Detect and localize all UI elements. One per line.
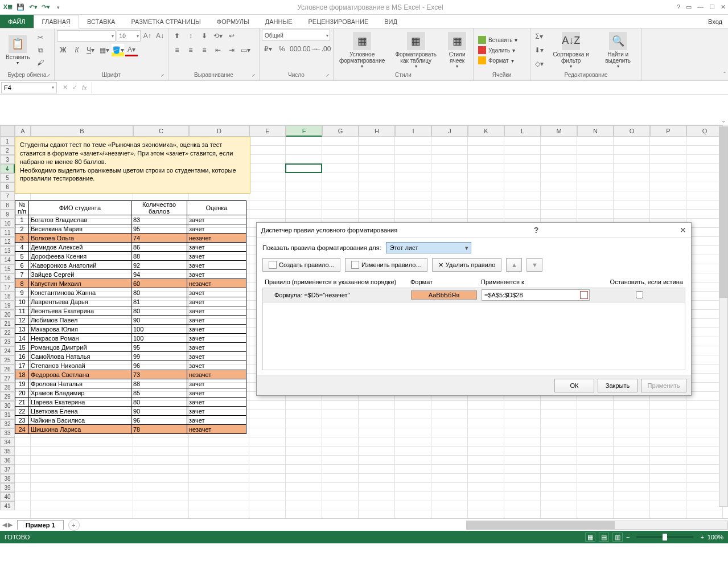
apply-button[interactable]: Применить bbox=[641, 379, 686, 392]
add-sheet-button[interactable]: + bbox=[68, 519, 80, 531]
table-row[interactable]: 7Зайцев Сергей94зачет bbox=[15, 270, 246, 279]
decrease-font-icon[interactable]: A↓ bbox=[154, 30, 166, 42]
row-header-16[interactable]: 16 bbox=[0, 273, 15, 282]
row-header-23[interactable]: 23 bbox=[0, 337, 15, 346]
close-button[interactable]: Закрыть bbox=[598, 379, 637, 392]
row-header-5[interactable]: 5 bbox=[0, 173, 15, 182]
merge-icon[interactable]: ▭▾ bbox=[239, 44, 252, 56]
font-launcher-icon[interactable]: ⤢ bbox=[161, 73, 164, 78]
italic-icon[interactable]: К bbox=[71, 44, 83, 56]
row-header-15[interactable]: 15 bbox=[0, 264, 15, 273]
percent-icon[interactable]: % bbox=[275, 43, 288, 55]
dialog-help-icon[interactable]: ? bbox=[534, 226, 539, 235]
table-row[interactable]: 8Капустин Михаил60незачет bbox=[15, 279, 246, 288]
row-header-17[interactable]: 17 bbox=[0, 282, 15, 292]
fx-icon[interactable]: fx bbox=[82, 84, 87, 91]
wrap-text-icon[interactable]: ↩ bbox=[225, 30, 238, 42]
select-all-corner[interactable] bbox=[0, 125, 15, 137]
row-header-19[interactable]: 19 bbox=[0, 301, 15, 310]
indent-inc-icon[interactable]: ⇥ bbox=[225, 44, 238, 56]
col-header-H[interactable]: H bbox=[359, 125, 395, 137]
row-header-9[interactable]: 9 bbox=[0, 210, 15, 219]
move-up-button[interactable]: ▲ bbox=[506, 258, 522, 272]
table-row[interactable]: 22Цветкова Елена90зачет bbox=[15, 407, 246, 416]
row-header-37[interactable]: 37 bbox=[0, 465, 15, 474]
row-header-2[interactable]: 2 bbox=[0, 146, 15, 155]
number-format-combo[interactable]: Общий bbox=[262, 30, 330, 41]
table-row[interactable]: 9Константинова Жанна80зачет bbox=[15, 288, 246, 297]
col-header-B[interactable]: B bbox=[31, 125, 133, 137]
row-header-1[interactable]: 1 bbox=[0, 137, 15, 146]
zoom-out-icon[interactable]: − bbox=[626, 534, 630, 540]
redo-icon[interactable]: ↷▾ bbox=[40, 2, 51, 13]
row-header-13[interactable]: 13 bbox=[0, 246, 15, 255]
cond-format-button[interactable]: ▦Условное форматирование▾ bbox=[336, 31, 388, 70]
row-header-32[interactable]: 32 bbox=[0, 419, 15, 428]
insert-cells-button[interactable]: Вставить ▾ bbox=[476, 35, 528, 44]
new-rule-button[interactable]: Создать правило... bbox=[262, 258, 340, 272]
name-box[interactable]: F4 bbox=[1, 82, 57, 93]
align-right-icon[interactable]: ≡ bbox=[198, 44, 211, 56]
autosum-icon[interactable]: Σ▾ bbox=[533, 30, 545, 43]
tab-file[interactable]: ФАЙЛ bbox=[0, 15, 34, 28]
stop-if-true-checkbox[interactable] bbox=[636, 291, 643, 298]
rule-range-input[interactable]: =$A$5:$D$28 bbox=[482, 289, 590, 301]
col-header-Q[interactable]: Q bbox=[686, 125, 723, 137]
dialog-close-icon[interactable]: ✕ bbox=[680, 226, 686, 235]
underline-icon[interactable]: Ч▾ bbox=[84, 44, 97, 56]
formula-expand-handle[interactable]: ⌄ bbox=[721, 117, 726, 124]
align-left-icon[interactable]: ≡ bbox=[171, 44, 183, 56]
format-painter-icon[interactable]: 🖌 bbox=[34, 56, 47, 69]
cut-icon[interactable]: ✂ bbox=[34, 31, 47, 44]
minimize-icon[interactable]: — bbox=[697, 3, 704, 11]
dec-decimal-icon[interactable]: ←.00 bbox=[316, 43, 329, 55]
font-size-combo[interactable]: 10 bbox=[117, 30, 141, 42]
copy-icon[interactable]: ⧉ bbox=[34, 44, 47, 56]
table-row[interactable]: 3Волкова Ольга74незачет bbox=[15, 234, 246, 243]
sheet-tab[interactable]: Пример 1 bbox=[17, 520, 64, 530]
range-picker-icon[interactable] bbox=[580, 291, 588, 299]
close-icon[interactable]: ✕ bbox=[721, 3, 726, 11]
row-header-39[interactable]: 39 bbox=[0, 483, 15, 492]
align-launcher-icon[interactable]: ⤢ bbox=[252, 73, 256, 78]
row-header-34[interactable]: 34 bbox=[0, 437, 15, 447]
row-header-6[interactable]: 6 bbox=[0, 182, 15, 191]
table-row[interactable]: 14Некрасов Роман100зачет bbox=[15, 334, 246, 343]
row-header-12[interactable]: 12 bbox=[0, 237, 15, 246]
align-center-icon[interactable]: ≡ bbox=[184, 44, 197, 56]
col-header-E[interactable]: E bbox=[249, 125, 286, 137]
table-row[interactable]: 1Богатов Владислав83зачет bbox=[15, 215, 246, 224]
col-header-A[interactable]: A bbox=[15, 125, 31, 137]
rule-row[interactable]: Формула: =$D5="незачет" АаBbБбЯя =$A$5:$… bbox=[262, 288, 685, 302]
table-row[interactable]: 24Шишкина Лариса78незачет bbox=[15, 425, 246, 434]
table-row[interactable]: 2Веселкина Мария95зачет bbox=[15, 224, 246, 234]
edit-rule-button[interactable]: Изменить правило... bbox=[345, 258, 427, 272]
col-header-F[interactable]: F bbox=[286, 125, 322, 137]
help-icon[interactable]: ? bbox=[677, 3, 680, 11]
sheet-nav-prev-icon[interactable]: ◀ bbox=[2, 521, 7, 529]
row-header-25[interactable]: 25 bbox=[0, 355, 15, 365]
align-bottom-icon[interactable]: ⬇ bbox=[198, 30, 211, 42]
zoom-in-icon[interactable]: + bbox=[700, 534, 704, 540]
row-header-28[interactable]: 28 bbox=[0, 383, 15, 392]
sheet-nav-next-icon[interactable]: ▶ bbox=[8, 521, 13, 529]
undo-icon[interactable]: ↶▾ bbox=[27, 2, 39, 13]
row-header-21[interactable]: 21 bbox=[0, 319, 15, 328]
tab-view[interactable]: ВИД bbox=[376, 15, 405, 28]
row-header-22[interactable]: 22 bbox=[0, 328, 15, 337]
col-header-I[interactable]: I bbox=[395, 125, 431, 137]
col-header-P[interactable]: P bbox=[650, 125, 686, 137]
col-header-M[interactable]: M bbox=[541, 125, 577, 137]
save-icon[interactable]: 💾 bbox=[15, 2, 26, 13]
row-header-8[interactable]: 8 bbox=[0, 200, 15, 210]
view-normal-icon[interactable]: ▦ bbox=[585, 533, 595, 542]
show-for-select[interactable]: Этот лист bbox=[386, 242, 471, 253]
collapse-ribbon-icon[interactable]: ˆ bbox=[723, 71, 726, 78]
row-header-11[interactable]: 11 bbox=[0, 228, 15, 237]
indent-dec-icon[interactable]: ⇤ bbox=[212, 44, 224, 56]
fill-color-icon[interactable]: 🪣▾ bbox=[112, 44, 124, 56]
col-header-C[interactable]: C bbox=[133, 125, 189, 137]
col-header-N[interactable]: N bbox=[577, 125, 614, 137]
vertical-scrollbar[interactable] bbox=[719, 126, 728, 507]
zoom-thumb[interactable] bbox=[663, 534, 667, 540]
